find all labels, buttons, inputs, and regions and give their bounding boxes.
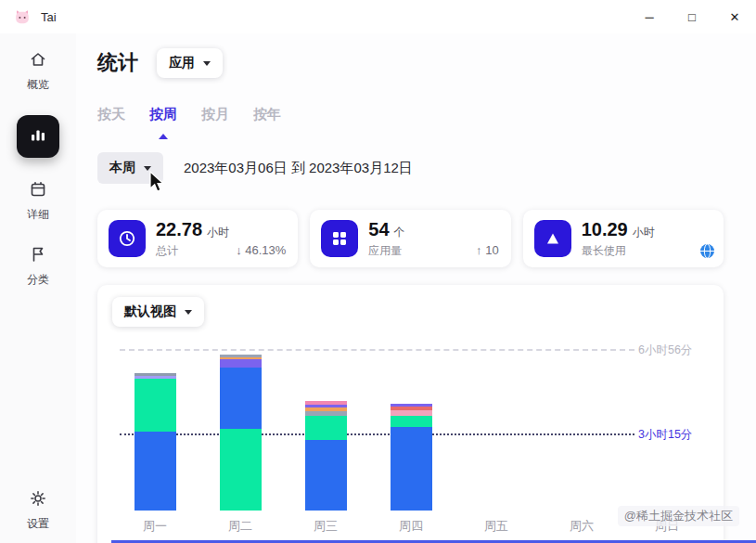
maximize-button[interactable]: □ [671, 0, 713, 33]
sidebar-item-label: 设置 [27, 516, 49, 532]
stat-label: 总计 [156, 243, 229, 259]
bar-周二[interactable] [220, 355, 262, 511]
stat-card-body: 22.78 小时 总计 [156, 219, 229, 259]
stat-delta: ↑ 10 [476, 243, 499, 257]
sidebar-item-settings[interactable]: 设置 [27, 489, 49, 532]
titlebar: Tai ─ □ ✕ [0, 0, 756, 33]
minimize-button[interactable]: ─ [628, 0, 671, 33]
chevron-down-icon [144, 166, 151, 171]
tab-by-month[interactable]: 按月 [201, 106, 229, 127]
bar-chart-icon [28, 124, 48, 149]
stat-unit: 小时 [207, 225, 229, 240]
chevron-down-icon [185, 310, 192, 315]
sidebar-item-overview[interactable]: 概览 [27, 50, 49, 93]
home-icon [29, 50, 47, 72]
main-content: 统计 应用 按天 按周 按月 按年 本周 2023年03月06日 到 2023年… [76, 33, 756, 543]
bar-segment [220, 359, 262, 368]
stat-card-body: 54 个 应用量 [368, 219, 404, 259]
tab-by-day[interactable]: 按天 [97, 106, 125, 127]
axis-tick-label: 6小时56分 [638, 343, 709, 358]
week-selector-dropdown[interactable]: 本周 [97, 152, 163, 184]
window-controls: ─ □ ✕ [628, 0, 756, 33]
week-selector-value: 本周 [109, 160, 135, 176]
stat-card-longest-use: 10.29 小时 最长使用 [523, 210, 724, 267]
period-row: 本周 2023年03月06日 到 2023年03月12日 [97, 152, 724, 184]
active-tab-indicator [159, 134, 168, 139]
stat-value: 22.78 [156, 219, 202, 240]
sidebar-item-label: 详细 [27, 207, 49, 223]
sidebar-item-label: 概览 [27, 77, 49, 93]
bar-segment [220, 429, 262, 511]
bar-周四[interactable] [391, 404, 432, 511]
bar-周三[interactable] [305, 401, 347, 511]
sidebar-item-detail[interactable]: 详细 [27, 180, 49, 223]
weekly-chart-card: 默认视图 6小时56分3小时15分周一周二周三周四周五周六周日 [97, 285, 724, 543]
tab-label: 按周 [149, 106, 177, 122]
bar-segment [135, 432, 176, 511]
scope-selector-value: 应用 [169, 55, 195, 71]
stat-card-app-count: 54 个 应用量 ↑ 10 [310, 210, 510, 267]
app-title: Tai [41, 10, 57, 24]
bar-segment [391, 416, 432, 427]
stats-cards-row: 22.78 小时 总计 ↓ 46.13% 54 个 [97, 210, 724, 267]
tab-by-year[interactable]: 按年 [253, 106, 281, 127]
stat-label: 应用量 [368, 243, 404, 259]
bar-segment [305, 440, 347, 511]
calendar-icon [29, 180, 47, 202]
scope-selector-dropdown[interactable]: 应用 [157, 48, 223, 78]
category-label: 周四 [399, 518, 423, 535]
gridline [120, 349, 634, 351]
sidebar: 概览 详细 [0, 33, 76, 543]
bar-segment [305, 416, 347, 440]
category-label: 周五 [484, 518, 508, 535]
flag-icon [29, 245, 47, 267]
sidebar-item-statistics[interactable] [17, 115, 59, 158]
bar-周一[interactable] [135, 373, 176, 511]
category-label: 周六 [570, 518, 594, 535]
sidebar-item-label: 分类 [27, 272, 49, 288]
bar-segment [220, 368, 262, 429]
stat-card-total: 22.78 小时 总计 ↓ 46.13% [97, 210, 298, 267]
stat-card-body: 10.29 小时 最长使用 [582, 219, 655, 259]
tab-by-week[interactable]: 按周 [149, 106, 177, 127]
bar-segment [135, 379, 176, 432]
stat-unit: 个 [394, 225, 405, 240]
bar-segment [391, 427, 432, 511]
play-icon [534, 220, 571, 257]
apps-icon [321, 220, 358, 257]
chart-view-selector-dropdown[interactable]: 默认视图 [112, 297, 204, 327]
app-window: Tai ─ □ ✕ 概览 [0, 0, 756, 543]
stat-value: 10.29 [582, 219, 628, 240]
page-title: 统计 [97, 49, 138, 77]
close-button[interactable]: ✕ [713, 0, 756, 33]
category-label: 周二 [228, 518, 252, 535]
axis-tick-label: 3小时15分 [638, 427, 709, 443]
date-range-text: 2023年03月06日 到 2023年03月12日 [184, 160, 413, 177]
category-label: 周一 [143, 518, 167, 535]
sidebar-item-category[interactable]: 分类 [27, 245, 49, 288]
stat-unit: 小时 [633, 225, 655, 240]
stacked-bar-chart: 6小时56分3小时15分周一周二周三周四周五周六周日 [120, 334, 709, 511]
stat-delta: ↓ 46.13% [236, 243, 286, 257]
time-range-tabs: 按天 按周 按月 按年 [97, 106, 724, 127]
app-logo-icon [13, 7, 32, 26]
clock-icon [109, 220, 146, 257]
stat-value: 54 [368, 219, 389, 240]
chevron-down-icon [203, 61, 211, 66]
gear-icon [29, 489, 47, 511]
globe-icon [699, 243, 715, 259]
stat-label: 最长使用 [582, 243, 655, 259]
chart-view-value: 默认视图 [124, 304, 176, 320]
category-label: 周三 [314, 518, 338, 535]
page-header: 统计 应用 [97, 48, 724, 78]
gridline [120, 433, 634, 435]
watermark-text: @稀土掘金技术社区 [618, 506, 739, 526]
